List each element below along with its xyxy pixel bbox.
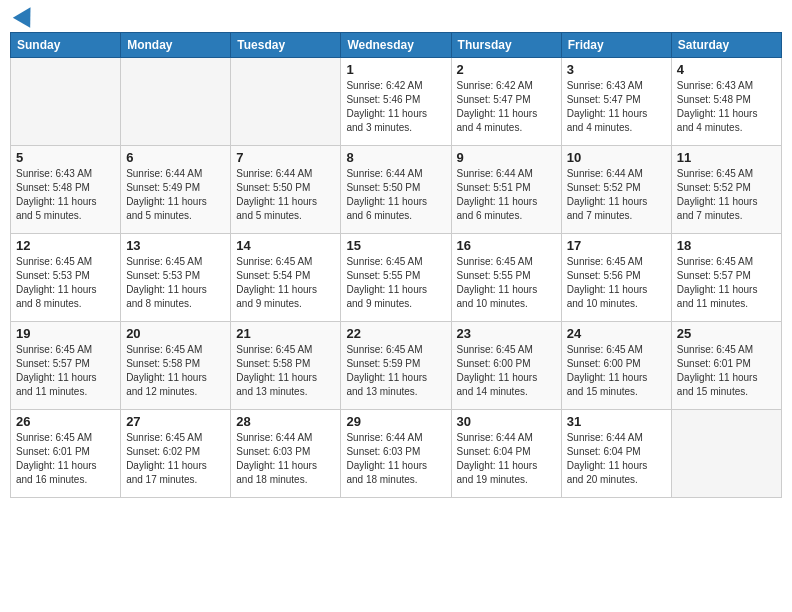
- day-info: Sunrise: 6:45 AMSunset: 5:53 PMDaylight:…: [126, 255, 225, 311]
- calendar-cell: [231, 58, 341, 146]
- calendar-cell: 29Sunrise: 6:44 AMSunset: 6:03 PMDayligh…: [341, 410, 451, 498]
- calendar-week-4: 19Sunrise: 6:45 AMSunset: 5:57 PMDayligh…: [11, 322, 782, 410]
- calendar-cell: 5Sunrise: 6:43 AMSunset: 5:48 PMDaylight…: [11, 146, 121, 234]
- day-info: Sunrise: 6:45 AMSunset: 5:53 PMDaylight:…: [16, 255, 115, 311]
- calendar-cell: 30Sunrise: 6:44 AMSunset: 6:04 PMDayligh…: [451, 410, 561, 498]
- day-number: 27: [126, 414, 225, 429]
- logo-triangle-icon: [13, 2, 39, 28]
- day-info: Sunrise: 6:44 AMSunset: 6:03 PMDaylight:…: [346, 431, 445, 487]
- day-number: 12: [16, 238, 115, 253]
- col-header-monday: Monday: [121, 33, 231, 58]
- day-number: 7: [236, 150, 335, 165]
- day-info: Sunrise: 6:45 AMSunset: 5:57 PMDaylight:…: [677, 255, 776, 311]
- day-info: Sunrise: 6:44 AMSunset: 5:50 PMDaylight:…: [346, 167, 445, 223]
- calendar-cell: 15Sunrise: 6:45 AMSunset: 5:55 PMDayligh…: [341, 234, 451, 322]
- calendar-cell: 22Sunrise: 6:45 AMSunset: 5:59 PMDayligh…: [341, 322, 451, 410]
- day-number: 1: [346, 62, 445, 77]
- calendar-cell: 17Sunrise: 6:45 AMSunset: 5:56 PMDayligh…: [561, 234, 671, 322]
- logo: [14, 10, 36, 24]
- calendar-cell: 2Sunrise: 6:42 AMSunset: 5:47 PMDaylight…: [451, 58, 561, 146]
- day-number: 3: [567, 62, 666, 77]
- day-number: 8: [346, 150, 445, 165]
- day-info: Sunrise: 6:44 AMSunset: 6:04 PMDaylight:…: [567, 431, 666, 487]
- day-number: 10: [567, 150, 666, 165]
- day-info: Sunrise: 6:45 AMSunset: 5:52 PMDaylight:…: [677, 167, 776, 223]
- day-number: 29: [346, 414, 445, 429]
- day-info: Sunrise: 6:45 AMSunset: 5:55 PMDaylight:…: [457, 255, 556, 311]
- calendar-cell: 23Sunrise: 6:45 AMSunset: 6:00 PMDayligh…: [451, 322, 561, 410]
- day-info: Sunrise: 6:45 AMSunset: 5:55 PMDaylight:…: [346, 255, 445, 311]
- calendar-week-2: 5Sunrise: 6:43 AMSunset: 5:48 PMDaylight…: [11, 146, 782, 234]
- day-info: Sunrise: 6:44 AMSunset: 6:03 PMDaylight:…: [236, 431, 335, 487]
- day-info: Sunrise: 6:43 AMSunset: 5:48 PMDaylight:…: [677, 79, 776, 135]
- day-number: 6: [126, 150, 225, 165]
- day-info: Sunrise: 6:44 AMSunset: 6:04 PMDaylight:…: [457, 431, 556, 487]
- day-info: Sunrise: 6:45 AMSunset: 5:57 PMDaylight:…: [16, 343, 115, 399]
- day-info: Sunrise: 6:44 AMSunset: 5:50 PMDaylight:…: [236, 167, 335, 223]
- page-header: [10, 10, 782, 24]
- calendar-cell: 27Sunrise: 6:45 AMSunset: 6:02 PMDayligh…: [121, 410, 231, 498]
- calendar-cell: 18Sunrise: 6:45 AMSunset: 5:57 PMDayligh…: [671, 234, 781, 322]
- day-number: 17: [567, 238, 666, 253]
- day-info: Sunrise: 6:45 AMSunset: 6:00 PMDaylight:…: [457, 343, 556, 399]
- day-info: Sunrise: 6:45 AMSunset: 5:58 PMDaylight:…: [126, 343, 225, 399]
- day-number: 25: [677, 326, 776, 341]
- day-info: Sunrise: 6:45 AMSunset: 6:00 PMDaylight:…: [567, 343, 666, 399]
- col-header-wednesday: Wednesday: [341, 33, 451, 58]
- col-header-thursday: Thursday: [451, 33, 561, 58]
- calendar-cell: 10Sunrise: 6:44 AMSunset: 5:52 PMDayligh…: [561, 146, 671, 234]
- day-number: 16: [457, 238, 556, 253]
- calendar-cell: 11Sunrise: 6:45 AMSunset: 5:52 PMDayligh…: [671, 146, 781, 234]
- day-info: Sunrise: 6:45 AMSunset: 6:01 PMDaylight:…: [16, 431, 115, 487]
- day-info: Sunrise: 6:45 AMSunset: 5:59 PMDaylight:…: [346, 343, 445, 399]
- calendar-cell: 25Sunrise: 6:45 AMSunset: 6:01 PMDayligh…: [671, 322, 781, 410]
- calendar-cell: 8Sunrise: 6:44 AMSunset: 5:50 PMDaylight…: [341, 146, 451, 234]
- calendar-cell: 21Sunrise: 6:45 AMSunset: 5:58 PMDayligh…: [231, 322, 341, 410]
- day-number: 21: [236, 326, 335, 341]
- day-number: 13: [126, 238, 225, 253]
- col-header-sunday: Sunday: [11, 33, 121, 58]
- calendar-cell: 28Sunrise: 6:44 AMSunset: 6:03 PMDayligh…: [231, 410, 341, 498]
- day-number: 28: [236, 414, 335, 429]
- calendar-cell: 24Sunrise: 6:45 AMSunset: 6:00 PMDayligh…: [561, 322, 671, 410]
- calendar-cell: 9Sunrise: 6:44 AMSunset: 5:51 PMDaylight…: [451, 146, 561, 234]
- day-info: Sunrise: 6:45 AMSunset: 6:02 PMDaylight:…: [126, 431, 225, 487]
- day-number: 2: [457, 62, 556, 77]
- calendar-cell: 6Sunrise: 6:44 AMSunset: 5:49 PMDaylight…: [121, 146, 231, 234]
- col-header-friday: Friday: [561, 33, 671, 58]
- calendar-cell: [11, 58, 121, 146]
- calendar-cell: 31Sunrise: 6:44 AMSunset: 6:04 PMDayligh…: [561, 410, 671, 498]
- calendar-cell: 12Sunrise: 6:45 AMSunset: 5:53 PMDayligh…: [11, 234, 121, 322]
- calendar-cell: [671, 410, 781, 498]
- day-number: 26: [16, 414, 115, 429]
- day-number: 5: [16, 150, 115, 165]
- day-info: Sunrise: 6:44 AMSunset: 5:52 PMDaylight:…: [567, 167, 666, 223]
- calendar-cell: 14Sunrise: 6:45 AMSunset: 5:54 PMDayligh…: [231, 234, 341, 322]
- calendar-cell: 20Sunrise: 6:45 AMSunset: 5:58 PMDayligh…: [121, 322, 231, 410]
- calendar-cell: 26Sunrise: 6:45 AMSunset: 6:01 PMDayligh…: [11, 410, 121, 498]
- day-number: 9: [457, 150, 556, 165]
- day-number: 23: [457, 326, 556, 341]
- col-header-tuesday: Tuesday: [231, 33, 341, 58]
- calendar-week-5: 26Sunrise: 6:45 AMSunset: 6:01 PMDayligh…: [11, 410, 782, 498]
- calendar-week-1: 1Sunrise: 6:42 AMSunset: 5:46 PMDaylight…: [11, 58, 782, 146]
- calendar-cell: [121, 58, 231, 146]
- day-number: 30: [457, 414, 556, 429]
- day-number: 18: [677, 238, 776, 253]
- calendar-cell: 7Sunrise: 6:44 AMSunset: 5:50 PMDaylight…: [231, 146, 341, 234]
- day-number: 4: [677, 62, 776, 77]
- day-info: Sunrise: 6:45 AMSunset: 6:01 PMDaylight:…: [677, 343, 776, 399]
- day-number: 31: [567, 414, 666, 429]
- calendar-cell: 4Sunrise: 6:43 AMSunset: 5:48 PMDaylight…: [671, 58, 781, 146]
- day-number: 11: [677, 150, 776, 165]
- day-info: Sunrise: 6:44 AMSunset: 5:49 PMDaylight:…: [126, 167, 225, 223]
- day-number: 24: [567, 326, 666, 341]
- day-info: Sunrise: 6:45 AMSunset: 5:58 PMDaylight:…: [236, 343, 335, 399]
- calendar-table: SundayMondayTuesdayWednesdayThursdayFrid…: [10, 32, 782, 498]
- col-header-saturday: Saturday: [671, 33, 781, 58]
- day-number: 22: [346, 326, 445, 341]
- calendar-cell: 3Sunrise: 6:43 AMSunset: 5:47 PMDaylight…: [561, 58, 671, 146]
- calendar-cell: 1Sunrise: 6:42 AMSunset: 5:46 PMDaylight…: [341, 58, 451, 146]
- day-info: Sunrise: 6:45 AMSunset: 5:56 PMDaylight:…: [567, 255, 666, 311]
- calendar-cell: 13Sunrise: 6:45 AMSunset: 5:53 PMDayligh…: [121, 234, 231, 322]
